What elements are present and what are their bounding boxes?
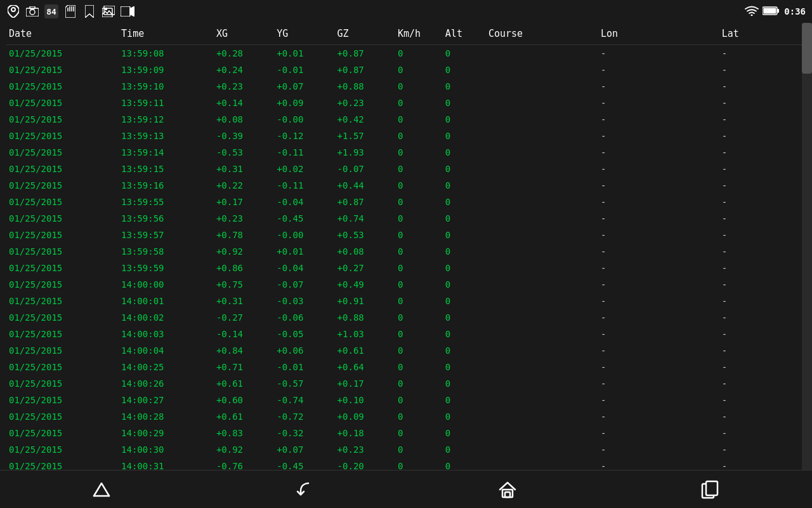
- table-cell: 14:00:28: [119, 408, 214, 425]
- header-alt: Alt: [443, 23, 486, 45]
- table-cell: 0: [395, 128, 443, 144]
- table-cell: -: [598, 243, 719, 260]
- table-cell: [486, 128, 598, 144]
- gallery-icon: [102, 4, 115, 18]
- table-cell: 0: [395, 95, 443, 111]
- wifi-icon: [745, 6, 759, 18]
- table-cell: -: [719, 210, 806, 227]
- battery-icon: [763, 6, 780, 17]
- table-cell: +0.06: [274, 342, 334, 359]
- table-cell: 0: [443, 392, 486, 408]
- table-cell: 0: [443, 161, 486, 177]
- table-cell: +0.24: [214, 62, 274, 78]
- table-cell: 0: [395, 78, 443, 95]
- table-cell: 01/25/2015: [6, 441, 119, 458]
- table-cell: +0.23: [214, 210, 274, 227]
- table-cell: 0: [443, 408, 486, 425]
- table-row: 01/25/201513:59:55+0.17-0.04+0.8700--: [6, 194, 806, 210]
- table-cell: +0.87: [335, 45, 395, 62]
- table-row: 01/25/201514:00:00+0.75-0.07+0.4900--: [6, 276, 806, 293]
- table-cell: 14:00:30: [119, 441, 214, 458]
- table-cell: 01/25/2015: [6, 111, 119, 128]
- table-cell: 0: [395, 227, 443, 243]
- table-cell: 13:59:15: [119, 161, 214, 177]
- scroll-track[interactable]: [802, 23, 812, 470]
- table-cell: 14:00:02: [119, 309, 214, 326]
- table-cell: 0: [395, 326, 443, 342]
- nav-up-button[interactable]: [82, 476, 121, 504]
- header-yg: YG: [274, 23, 334, 45]
- table-cell: +0.01: [274, 243, 334, 260]
- table-cell: -: [598, 408, 719, 425]
- table-cell: 01/25/2015: [6, 227, 119, 243]
- header-date: Date: [6, 23, 119, 45]
- table-cell: 13:59:57: [119, 227, 214, 243]
- table-cell: 01/25/2015: [6, 210, 119, 227]
- table-cell: -: [719, 95, 806, 111]
- table-cell: +0.92: [214, 243, 274, 260]
- scroll-thumb[interactable]: [802, 23, 812, 74]
- table-cell: 0: [395, 425, 443, 441]
- svg-rect-3: [30, 6, 35, 9]
- table-cell: -0.00: [274, 227, 334, 243]
- table-cell: +0.44: [335, 177, 395, 194]
- table-cell: [486, 276, 598, 293]
- svg-point-13: [751, 14, 753, 16]
- table-cell: +0.31: [214, 293, 274, 309]
- table-cell: 01/25/2015: [6, 95, 119, 111]
- data-table: Date Time XG YG GZ Km/h Alt Course Lon L…: [6, 23, 806, 470]
- table-cell: 13:59:12: [119, 111, 214, 128]
- table-cell: [486, 326, 598, 342]
- table-cell: +0.27: [335, 260, 395, 276]
- table-cell: +0.17: [214, 194, 274, 210]
- table-cell: 0: [395, 408, 443, 425]
- table-cell: -: [598, 359, 719, 375]
- table-cell: [486, 194, 598, 210]
- table-cell: -: [598, 95, 719, 111]
- table-cell: -: [719, 293, 806, 309]
- status-time: 0:36: [784, 6, 806, 17]
- table-cell: -0.14: [214, 326, 274, 342]
- table-cell: +0.17: [335, 375, 395, 392]
- table-row: 01/25/201513:59:10+0.23+0.07+0.8800--: [6, 78, 806, 95]
- nav-back-button[interactable]: [285, 476, 324, 504]
- table-cell: [486, 95, 598, 111]
- table-cell: 01/25/2015: [6, 309, 119, 326]
- table-cell: -: [719, 359, 806, 375]
- nav-recent-button[interactable]: [691, 476, 730, 504]
- table-cell: -0.01: [274, 359, 334, 375]
- sd-card-icon: [63, 4, 77, 18]
- table-cell: [486, 144, 598, 161]
- table-cell: 13:59:14: [119, 144, 214, 161]
- table-cell: [486, 243, 598, 260]
- table-cell: +0.64: [335, 359, 395, 375]
- table-cell: 01/25/2015: [6, 326, 119, 342]
- table-cell: 0: [443, 194, 486, 210]
- table-cell: +0.71: [214, 359, 274, 375]
- table-cell: 14:00:03: [119, 326, 214, 342]
- table-cell: [486, 458, 598, 470]
- table-cell: -: [598, 111, 719, 128]
- table-cell: 0: [443, 458, 486, 470]
- svg-rect-15: [777, 9, 779, 13]
- table-cell: 0: [395, 243, 443, 260]
- table-cell: [486, 177, 598, 194]
- table-cell: +0.09: [274, 95, 334, 111]
- table-cell: -0.27: [214, 309, 274, 326]
- location-icon: [6, 4, 20, 18]
- table-row: 01/25/201513:59:56+0.23-0.45+0.7400--: [6, 210, 806, 227]
- table-cell: -0.11: [274, 177, 334, 194]
- table-cell: 14:00:27: [119, 392, 214, 408]
- table-row: 01/25/201514:00:28+0.61-0.72+0.0900--: [6, 408, 806, 425]
- table-cell: 0: [443, 441, 486, 458]
- table-cell: 13:59:08: [119, 45, 214, 62]
- table-cell: 0: [443, 45, 486, 62]
- nav-home-button[interactable]: [488, 476, 527, 504]
- 84-badge: 84: [44, 4, 58, 18]
- table-cell: 0: [395, 210, 443, 227]
- table-cell: -0.39: [214, 128, 274, 144]
- table-cell: -: [598, 425, 719, 441]
- table-cell: -0.32: [274, 425, 334, 441]
- status-left-icons: 84: [6, 4, 134, 18]
- table-cell: 01/25/2015: [6, 293, 119, 309]
